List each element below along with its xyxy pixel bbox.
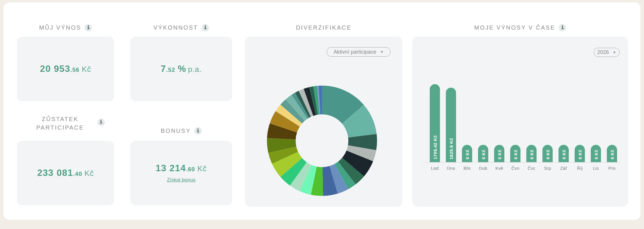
- bar-value-label: 0 Kč: [609, 150, 614, 160]
- bar-month-label: Čvn: [507, 166, 523, 171]
- bonusy-card: 13 214.60Kč Získat bonus: [130, 141, 232, 205]
- vynosy-title: MOJE VÝNOSY V ČASE: [474, 23, 555, 32]
- bar-month-label: Bře: [459, 166, 475, 171]
- muj-vynos-title-row: MŮJ VÝNOS i: [17, 23, 114, 32]
- chart-baseline: [423, 162, 621, 163]
- bar-value-label: 0 Kč: [481, 150, 486, 160]
- bar-Lis: 0 Kč: [591, 145, 601, 162]
- bar-month-label: Čvc: [523, 166, 539, 171]
- bar-month-label: Úno: [443, 166, 459, 171]
- vynosy-panel: 2026 ▼ 1705.42 KčLed1625.9 KčÚno0 KčBře0…: [412, 37, 628, 207]
- bar-Led: 1705.42 Kč: [430, 84, 440, 162]
- zustatek-card: 233 081.40Kč: [17, 141, 114, 205]
- zustatek-title-row: ZŮSTATEK PARTICIPACE i: [17, 115, 114, 132]
- bar-Čvc: 0 Kč: [526, 145, 537, 162]
- diverzifikace-title-row: DIVERZIFIKACE: [245, 23, 402, 32]
- bar-value-label: 0 Kč: [561, 150, 566, 160]
- bar-month-label: Led: [427, 166, 443, 171]
- participation-filter-dropdown[interactable]: Aktivní participace ▼: [327, 47, 390, 57]
- bar-Srp: 0 Kč: [542, 145, 553, 162]
- muj-vynos-value: 20 953.56Kč: [40, 64, 91, 74]
- bar-value-label: 0 Kč: [513, 150, 518, 160]
- bonusy-value: 13 214.60Kč: [156, 163, 207, 174]
- vykonnost-card: 7.52%p.a.: [130, 37, 232, 101]
- info-icon[interactable]: i: [202, 24, 209, 31]
- bonusy-title: BONUSY: [161, 127, 191, 135]
- value-currency: Kč: [85, 169, 94, 178]
- value-decimal: .56: [70, 67, 79, 73]
- bar-Kvě: 0 Kč: [494, 145, 504, 162]
- bar-Čvn: 0 Kč: [510, 145, 520, 162]
- bar-month-label: Pro: [604, 166, 620, 171]
- get-bonus-link[interactable]: Získat bonus: [167, 177, 195, 183]
- zustatek-title: ZŮSTATEK PARTICIPACE: [27, 115, 94, 132]
- dashboard: MŮJ VÝNOS i 20 953.56Kč VÝKONNOST i 7.52…: [0, 0, 644, 229]
- bar-Úno: 1625.9 Kč: [446, 88, 456, 162]
- info-icon[interactable]: i: [97, 119, 105, 126]
- vykonnost-title-row: VÝKONNOST i: [130, 23, 232, 32]
- diversification-donut-chart: [267, 86, 377, 196]
- value-currency: Kč: [82, 65, 91, 74]
- bar-value-label: 0 Kč: [577, 150, 582, 160]
- value-integer: 20 953: [40, 64, 71, 74]
- bar-value-label: 1625.9 Kč: [448, 138, 453, 160]
- chevron-down-icon: ▼: [380, 50, 384, 54]
- bar-month-label: Říj: [572, 166, 588, 171]
- bar-value-label: 0 Kč: [529, 150, 534, 160]
- bar-value-label: 0 Kč: [497, 150, 502, 160]
- bar-Zář: 0 Kč: [559, 145, 569, 162]
- bar-value-label: 1705.42 Kč: [432, 135, 437, 160]
- value-currency: Kč: [197, 164, 207, 173]
- muj-vynos-title: MŮJ VÝNOS: [39, 23, 81, 32]
- value-suffix: p.a.: [188, 65, 202, 74]
- bar-value-label: 0 Kč: [465, 150, 470, 160]
- bar-Bře: 0 Kč: [462, 145, 472, 162]
- bonusy-title-row: BONUSY i: [130, 127, 232, 135]
- value-integer: 7: [161, 64, 166, 74]
- value-integer: 233 081: [37, 168, 73, 178]
- bar-value-label: 0 Kč: [593, 150, 598, 160]
- bar-Dub: 0 Kč: [478, 145, 488, 162]
- diverzifikace-panel: Aktivní participace ▼: [245, 37, 402, 207]
- value-decimal: .52: [166, 67, 175, 73]
- bar-month-label: Lis: [588, 166, 604, 171]
- vykonnost-title: VÝKONNOST: [153, 23, 198, 32]
- bar-month-label: Kvě: [491, 166, 507, 171]
- vynosy-title-row: MOJE VÝNOSY V ČASE i: [412, 23, 628, 32]
- info-icon[interactable]: i: [194, 127, 202, 135]
- info-icon[interactable]: i: [559, 24, 566, 31]
- muj-vynos-card: 20 953.56Kč: [17, 37, 114, 101]
- monthly-returns-bar-chart: 1705.42 KčLed1625.9 KčÚno0 KčBře0 KčDub0…: [412, 37, 628, 162]
- diverzifikace-title: DIVERZIFIKACE: [296, 23, 352, 32]
- bar-Říj: 0 Kč: [575, 145, 585, 162]
- bar-Pro: 0 Kč: [607, 145, 617, 162]
- value-decimal: .40: [73, 171, 82, 177]
- bar-value-label: 0 Kč: [545, 150, 550, 160]
- dropdown-label: Aktivní participace: [334, 49, 376, 55]
- value-decimal: .60: [186, 166, 195, 172]
- bar-month-label: Zář: [556, 166, 572, 171]
- bar-month-label: Dub: [475, 166, 491, 171]
- value-integer: 13 214: [156, 163, 186, 173]
- vykonnost-value: 7.52%p.a.: [161, 64, 202, 74]
- zustatek-value: 233 081.40Kč: [37, 168, 94, 178]
- info-icon[interactable]: i: [85, 24, 92, 31]
- value-unit: %: [178, 64, 186, 74]
- bar-month-label: Srp: [539, 166, 556, 171]
